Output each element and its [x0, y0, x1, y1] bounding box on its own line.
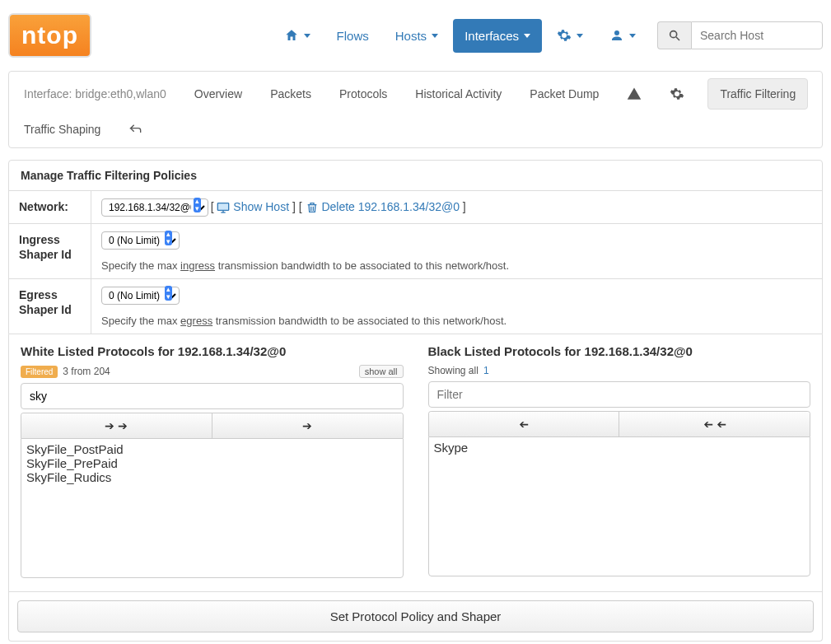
delete-target: 192.168.1.34/32@0	[358, 200, 460, 213]
blacklist-filter-input[interactable]	[428, 381, 811, 408]
tab-overview[interactable]: Overview	[189, 79, 247, 109]
search-icon	[668, 29, 681, 42]
nav-interfaces-label: Interfaces	[465, 29, 519, 43]
gear-icon	[670, 86, 684, 101]
blacklist-buttons: ➔ ➔ ➔	[428, 411, 811, 436]
list-item[interactable]: SkyFile_PrePaid	[25, 456, 399, 470]
top-nav: Flows Hosts Interfaces	[273, 18, 823, 53]
network-label: Network:	[9, 191, 91, 223]
list-item[interactable]: SkyFile_PostPaid	[25, 442, 399, 456]
monitor-icon	[217, 201, 230, 214]
nav-settings[interactable]	[545, 18, 595, 53]
move-left-button[interactable]: ➔	[429, 412, 620, 436]
network-select[interactable]: 192.168.1.34/32@0	[101, 198, 208, 217]
tab-alert[interactable]	[622, 78, 647, 110]
blacklist-listbox[interactable]: Skype	[428, 436, 811, 576]
config-heading: Manage Traffic Filtering Policies	[9, 161, 822, 191]
whitelist-filter-input[interactable]	[21, 383, 404, 409]
list-item[interactable]: SkyFile_Rudics	[25, 470, 399, 484]
user-icon	[609, 28, 624, 43]
tab-interface-title[interactable]: Interface: bridge:eth0,wlan0	[19, 79, 171, 109]
ingress-help: Specify the max ingress transmission ban…	[101, 259, 812, 272]
bracket: ]	[463, 200, 466, 213]
blacklist-title: Black Listed Protocols for 192.168.1.34/…	[428, 344, 811, 358]
egress-shaper-select[interactable]: 0 (No Limit)	[101, 287, 180, 305]
tab-back[interactable]	[124, 114, 147, 144]
bracket: ] [	[292, 200, 306, 213]
blacklist-meta-prefix: Showing all	[428, 365, 479, 376]
tab-traffic-filtering[interactable]: Traffic Filtering	[707, 78, 808, 110]
egress-help: Specify the max egress transmission band…	[101, 315, 812, 327]
egress-body: 0 (No Limit) ▴▾ Specify the max egress t…	[91, 279, 822, 334]
tab-protocols[interactable]: Protocols	[334, 79, 392, 109]
whitelist-count: 3 from 204	[63, 366, 110, 377]
arrow-right-icon: ➔	[302, 419, 312, 432]
delete-label-prefix: Delete	[321, 200, 357, 213]
move-all-left-button[interactable]: ➔ ➔	[619, 412, 810, 436]
set-policy-button[interactable]: Set Protocol Policy and Shaper	[17, 600, 814, 632]
nav-home[interactable]	[273, 18, 322, 53]
gear-icon	[557, 28, 572, 43]
egress-label: Egress Shaper Id	[9, 279, 91, 334]
nav-interfaces[interactable]: Interfaces	[453, 19, 542, 53]
dual-lists: White Listed Protocols for 192.168.1.34/…	[8, 334, 823, 592]
blacklist-count: 1	[483, 365, 489, 376]
tab-packet-dump[interactable]: Packet Dump	[525, 79, 604, 109]
nav-hosts-label: Hosts	[395, 29, 427, 43]
nav-hosts[interactable]: Hosts	[384, 19, 450, 53]
whitelist-column: White Listed Protocols for 192.168.1.34/…	[21, 344, 404, 578]
arrow-left-icon: ➔	[519, 418, 529, 431]
config-table: Manage Traffic Filtering Policies Networ…	[8, 160, 823, 334]
search-button[interactable]	[657, 21, 691, 49]
back-arrow-icon	[128, 123, 142, 136]
footer: Set Protocol Policy and Shaper	[8, 592, 823, 642]
ingress-label: Ingress Shaper Id	[9, 224, 91, 278]
delete-network-link[interactable]: Delete 192.168.1.34/32@0	[306, 200, 463, 213]
arrows-right-icon: ➔ ➔	[105, 419, 128, 432]
move-all-right-button[interactable]: ➔ ➔	[21, 413, 212, 438]
tab-traffic-shaping[interactable]: Traffic Shaping	[19, 114, 105, 144]
network-body: 192.168.1.34/32@0 ▴▾ [ Show Host ] [ Del…	[91, 191, 822, 223]
nav-user[interactable]	[598, 18, 647, 53]
blacklist-meta: Showing all 1	[428, 365, 811, 376]
home-icon	[284, 28, 299, 43]
alert-icon	[627, 86, 642, 101]
svg-point-0	[670, 31, 677, 38]
tab-packets[interactable]: Packets	[265, 79, 316, 109]
tab-settings[interactable]	[665, 78, 689, 110]
tabs-row: Interface: bridge:eth0,wlan0 Overview Pa…	[19, 78, 812, 144]
ingress-shaper-select[interactable]: 0 (No Limit)	[101, 231, 180, 250]
nav-flows[interactable]: Flows	[325, 19, 380, 53]
arrows-left-icon: ➔ ➔	[703, 418, 726, 431]
show-all-button[interactable]: show all	[359, 365, 404, 378]
whitelist-title: White Listed Protocols for 192.168.1.34/…	[21, 344, 404, 358]
trash-icon	[306, 201, 319, 214]
search-wrap	[657, 21, 823, 49]
whitelist-meta: Filtered 3 from 204 show all	[21, 365, 404, 378]
whitelist-listbox[interactable]: SkyFile_PostPaidSkyFile_PrePaidSkyFile_R…	[21, 438, 404, 578]
svg-rect-2	[218, 203, 229, 211]
row-egress: Egress Shaper Id 0 (No Limit) ▴▾ Specify…	[9, 279, 822, 334]
whitelist-buttons: ➔ ➔ ➔	[21, 413, 404, 438]
brand-logo: ntop	[8, 13, 91, 58]
row-ingress: Ingress Shaper Id 0 (No Limit) ▴▾ Specif…	[9, 224, 822, 279]
move-right-button[interactable]: ➔	[212, 413, 403, 438]
search-input[interactable]	[691, 21, 823, 49]
show-host-link[interactable]: Show Host	[217, 200, 292, 213]
row-network: Network: 192.168.1.34/32@0 ▴▾ [ Show Hos…	[9, 191, 822, 224]
show-host-label: Show Host	[233, 200, 289, 213]
top-bar: ntop Flows Hosts Interfaces	[8, 8, 823, 71]
list-item[interactable]: Skype	[432, 441, 807, 455]
tabs-panel: Interface: bridge:eth0,wlan0 Overview Pa…	[8, 71, 823, 148]
tab-historical[interactable]: Historical Activity	[410, 79, 507, 109]
blacklist-column: Black Listed Protocols for 192.168.1.34/…	[428, 344, 811, 578]
ingress-body: 0 (No Limit) ▴▾ Specify the max ingress …	[91, 224, 822, 278]
filtered-badge: Filtered	[21, 366, 58, 378]
svg-line-1	[676, 37, 679, 40]
